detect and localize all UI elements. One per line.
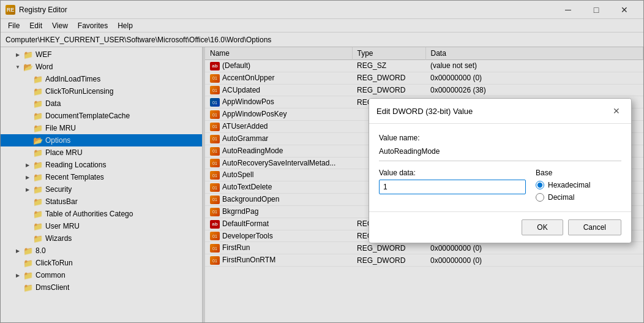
dialog-footer: OK Cancel bbox=[369, 211, 631, 243]
modal-overlay: Edit DWORD (32-bit) Value ✕ Value name: … bbox=[0, 0, 644, 323]
dialog-close-button[interactable]: ✕ bbox=[609, 104, 624, 118]
value-data-label: Value data: bbox=[379, 169, 526, 177]
dialog-title-bar: Edit DWORD (32-bit) Value ✕ bbox=[369, 99, 631, 124]
radio-dec-label: Decimal bbox=[548, 193, 574, 202]
radio-hexadecimal[interactable]: Hexadecimal bbox=[536, 181, 621, 189]
base-radio-group: Hexadecimal Decimal bbox=[536, 181, 621, 202]
radio-hex-input[interactable] bbox=[536, 181, 544, 189]
radio-hex-label: Hexadecimal bbox=[548, 181, 590, 189]
cancel-button[interactable]: Cancel bbox=[568, 219, 621, 235]
dialog-base-col: Base Hexadecimal Decimal bbox=[536, 169, 621, 202]
ok-button[interactable]: OK bbox=[522, 219, 563, 235]
dialog-data-col: Value data: bbox=[379, 169, 526, 194]
dialog-title: Edit DWORD (32-bit) Value bbox=[376, 107, 473, 116]
value-data-input[interactable] bbox=[379, 180, 526, 194]
radio-decimal[interactable]: Decimal bbox=[536, 193, 621, 202]
edit-dword-dialog: Edit DWORD (32-bit) Value ✕ Value name: … bbox=[369, 98, 632, 243]
dialog-body: Value name: AutoReadingMode Value data: … bbox=[369, 124, 631, 211]
value-name-display: AutoReadingMode bbox=[379, 145, 621, 161]
dialog-data-row: Value data: Base Hexadecimal Decimal bbox=[379, 169, 621, 202]
radio-dec-input[interactable] bbox=[536, 193, 544, 202]
base-label: Base bbox=[536, 169, 621, 177]
value-name-label: Value name: bbox=[379, 134, 621, 142]
